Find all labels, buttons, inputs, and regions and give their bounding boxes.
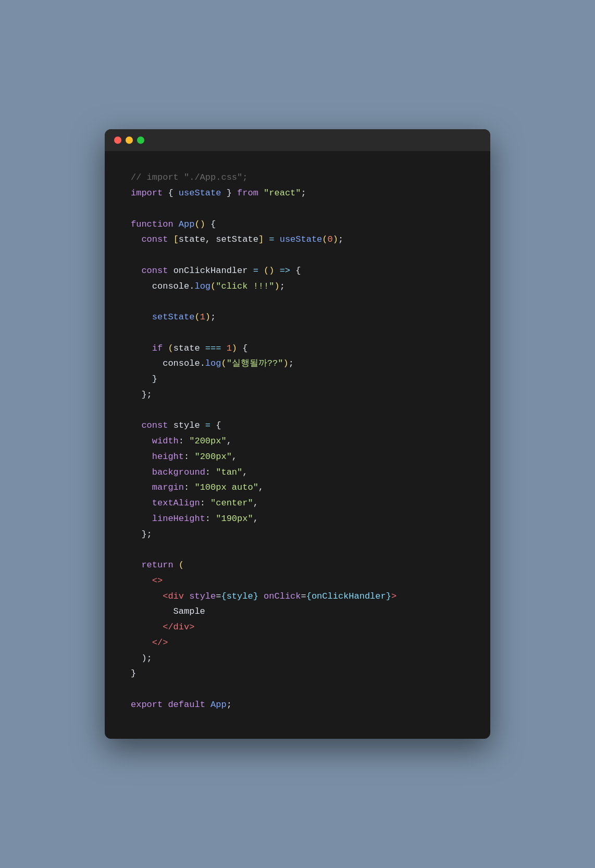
code-line-2: import { useState } from "react"; (131, 185, 464, 201)
code-line-10: setState(1); (131, 309, 464, 325)
code-line-3 (131, 201, 464, 217)
minimize-button[interactable] (126, 137, 133, 144)
code-line-35: export default App; (131, 697, 464, 713)
code-line-13: console.log("실행될까??"); (131, 356, 464, 371)
code-line-34 (131, 681, 464, 697)
code-line-18: width: "200px", (131, 433, 464, 449)
code-line-6 (131, 247, 464, 263)
code-line-21: margin: "100px auto", (131, 480, 464, 495)
code-line-4: function App() { (131, 217, 464, 232)
code-line-19: height: "200px", (131, 449, 464, 465)
code-line-20: background: "tan", (131, 465, 464, 480)
code-line-31: </> (131, 635, 464, 651)
code-line-22: textAlign: "center", (131, 495, 464, 511)
code-line-5: const [state, setState] = useState(0); (131, 232, 464, 247)
code-line-27: <> (131, 573, 464, 589)
code-line-7: const onClickHandler = () => { (131, 263, 464, 279)
code-line-17: const style = { (131, 418, 464, 433)
code-line-33: } (131, 666, 464, 681)
code-line-1: // import "./App.css"; (131, 170, 464, 185)
code-line-14: } (131, 371, 464, 387)
code-line-12: if (state === 1) { (131, 341, 464, 356)
code-editor-window: // import "./App.css"; import { useState… (105, 129, 490, 738)
code-line-26: return ( (131, 557, 464, 573)
code-line-24: }; (131, 527, 464, 542)
close-button[interactable] (114, 137, 121, 144)
code-content: // import "./App.css"; import { useState… (105, 151, 490, 738)
code-line-25 (131, 542, 464, 557)
code-line-29: Sample (131, 604, 464, 619)
maximize-button[interactable] (137, 137, 144, 144)
code-line-32: ); (131, 651, 464, 666)
code-line-11 (131, 325, 464, 341)
code-line-23: lineHeight: "190px", (131, 511, 464, 527)
code-line-9 (131, 294, 464, 309)
code-line-16 (131, 403, 464, 418)
code-line-28: <div style={style} onClick={onClickHandl… (131, 589, 464, 604)
code-line-15: }; (131, 387, 464, 403)
code-line-8: console.log("click !!!"); (131, 279, 464, 294)
titlebar (105, 129, 490, 151)
code-line-30: </div> (131, 619, 464, 635)
